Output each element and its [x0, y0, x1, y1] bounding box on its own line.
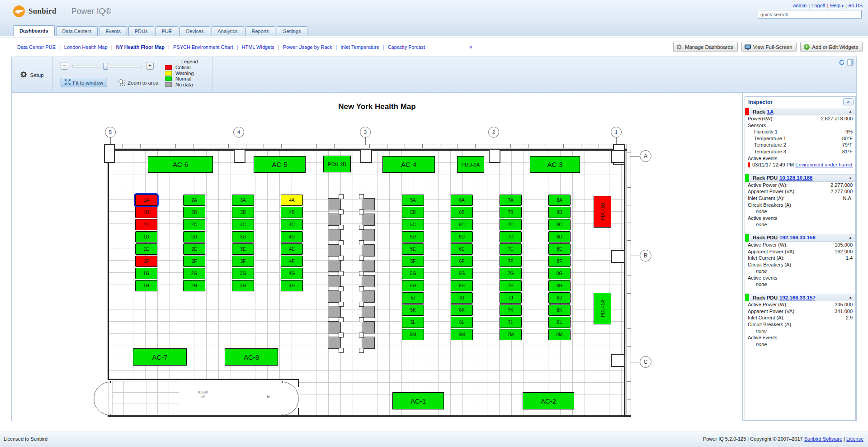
dashboard-link-ny-health-floor-map[interactable]: NY Health Floor Map: [113, 44, 168, 50]
tab-settings[interactable]: Settings: [277, 26, 307, 36]
sunbird-software-link[interactable]: Sunbird Software: [804, 436, 842, 442]
rack-6H[interactable]: 6H: [451, 280, 473, 291]
rack-5C[interactable]: 5C: [402, 219, 424, 230]
nodata-rack[interactable]: [328, 306, 341, 318]
nodata-rack[interactable]: [328, 198, 341, 210]
license-link[interactable]: License: [846, 436, 863, 442]
rack-8H[interactable]: 8H: [548, 280, 571, 291]
rack-8G[interactable]: 8G: [548, 268, 571, 279]
rack-5G[interactable]: 5G: [402, 268, 424, 279]
rack-8E[interactable]: 8E: [548, 243, 571, 255]
user-link-help[interactable]: Help: [830, 3, 840, 8]
zoom-in-button[interactable]: +: [146, 62, 154, 70]
rack-6L[interactable]: 6L: [451, 317, 473, 328]
nodata-rack[interactable]: [362, 321, 375, 333]
dashboard-link-inlet-temperature[interactable]: Inlet Temperature: [337, 44, 382, 50]
rack-6A[interactable]: 6A: [451, 195, 473, 206]
rack-8B[interactable]: 8B: [548, 207, 571, 218]
inspector-section-header[interactable]: Rack1A▲: [745, 108, 855, 115]
rack-4G[interactable]: 4G: [281, 268, 303, 279]
inspector-section-header[interactable]: Rack PDU192.168.33.156▲: [745, 234, 855, 242]
rack-8A[interactable]: 8A: [548, 195, 571, 206]
nodata-rack[interactable]: [362, 306, 375, 318]
rack-8M[interactable]: 8M: [548, 329, 571, 340]
rack-7K[interactable]: 7K: [500, 304, 522, 316]
fit-to-window-button[interactable]: Fit to window: [61, 78, 107, 87]
rack-6J[interactable]: 6J: [451, 292, 473, 304]
rack-8K[interactable]: 8K: [548, 304, 571, 316]
nodata-rack[interactable]: [328, 214, 341, 226]
rack-2H[interactable]: 2H: [183, 280, 205, 291]
nodata-rack[interactable]: [328, 244, 341, 257]
equipment-ac-3[interactable]: AC-3: [530, 156, 580, 173]
rack-8C[interactable]: 8C: [548, 219, 571, 230]
nodata-rack[interactable]: [328, 275, 341, 287]
rack-5D[interactable]: 5D: [402, 231, 424, 243]
nodata-rack[interactable]: [328, 260, 341, 272]
rack-3F[interactable]: 3F: [232, 256, 254, 267]
tab-devices[interactable]: Devices: [179, 26, 210, 36]
rack-6C[interactable]: 6C: [451, 219, 473, 230]
equipment-ac-5[interactable]: AC-5: [254, 156, 306, 173]
rack-5K[interactable]: 5K: [402, 304, 424, 316]
rack-6B[interactable]: 6B: [451, 207, 473, 218]
rack-5L[interactable]: 5L: [402, 317, 424, 328]
rack-4H[interactable]: 4H: [281, 280, 303, 291]
rack-7L[interactable]: 7L: [500, 317, 522, 328]
rack-2G[interactable]: 2G: [183, 268, 205, 279]
rack-3B[interactable]: 3B: [232, 207, 254, 218]
zoom-slider-thumb[interactable]: [103, 63, 108, 70]
view-full-screen-button[interactable]: View Full-Screen: [741, 42, 797, 52]
zoom-slider-track[interactable]: [72, 65, 142, 67]
rack-8F[interactable]: 8F: [548, 256, 571, 267]
nodata-rack[interactable]: [362, 290, 375, 303]
rack-3E[interactable]: 3E: [232, 243, 254, 255]
quick-search-input[interactable]: [758, 10, 862, 19]
rack-4D[interactable]: 4D: [281, 231, 303, 243]
rack-4F[interactable]: 4F: [281, 256, 303, 267]
rack-3H[interactable]: 3H: [232, 280, 254, 291]
rack-7A[interactable]: 7A: [500, 195, 522, 206]
nodata-rack[interactable]: [328, 229, 341, 241]
rack-3A[interactable]: 3A: [232, 195, 254, 206]
collapse-arrow-icon[interactable]: ▲: [849, 109, 852, 114]
rack-7H[interactable]: 7H: [500, 280, 522, 291]
user-link-admin[interactable]: admin: [793, 3, 807, 8]
equipment-pdu-1a[interactable]: PDU-1A: [594, 293, 611, 324]
rack-7E[interactable]: 7E: [500, 243, 522, 255]
rack-6K[interactable]: 6K: [451, 304, 473, 316]
collapse-arrow-icon[interactable]: ▲: [849, 295, 852, 300]
user-link-logoff[interactable]: Logoff: [811, 3, 825, 8]
rack-6F[interactable]: 6F: [451, 256, 473, 267]
rack-1G[interactable]: 1G: [135, 268, 157, 279]
rack-7D[interactable]: 7D: [500, 231, 522, 243]
nodata-rack[interactable]: [362, 337, 375, 349]
collapse-arrow-icon[interactable]: ▲: [849, 176, 852, 180]
rack-2C[interactable]: 2C: [183, 219, 205, 230]
rack-8L[interactable]: 8L: [548, 317, 571, 328]
nodata-rack[interactable]: [362, 229, 375, 241]
nodata-rack[interactable]: [362, 198, 375, 210]
section-name-link[interactable]: 192.168.33.157: [779, 295, 816, 300]
section-name-link[interactable]: 192.168.33.156: [779, 235, 816, 240]
rack-6M[interactable]: 6M: [451, 329, 473, 340]
rack-4E[interactable]: 4E: [281, 243, 303, 255]
tab-pue[interactable]: PUE: [156, 26, 179, 36]
toggle-panel-icon[interactable]: [847, 59, 854, 66]
rack-1E[interactable]: 1E: [135, 243, 157, 255]
dashboard-link-london-health-map[interactable]: London Health Map: [61, 44, 111, 50]
dashboard-link-power-usage-by-rack[interactable]: Power Usage by Rack: [279, 44, 336, 50]
rack-5F[interactable]: 5F: [402, 256, 424, 267]
tab-analytics[interactable]: Analytics: [212, 26, 244, 36]
rack-5J[interactable]: 5J: [402, 292, 424, 304]
rack-7J[interactable]: 7J: [500, 292, 522, 304]
equipment-ac-7[interactable]: AC-7: [133, 348, 187, 366]
dashboard-link-html-widgets[interactable]: HTML Widgets: [238, 44, 278, 50]
rack-3C[interactable]: 3C: [232, 219, 254, 230]
rack-5A[interactable]: 5A: [402, 195, 424, 206]
nodata-rack[interactable]: [362, 275, 375, 287]
nodata-rack[interactable]: [362, 260, 375, 272]
nodata-rack[interactable]: [328, 290, 341, 303]
equipment-ac-4[interactable]: AC-4: [382, 156, 435, 173]
rack-2D[interactable]: 2D: [183, 231, 205, 243]
